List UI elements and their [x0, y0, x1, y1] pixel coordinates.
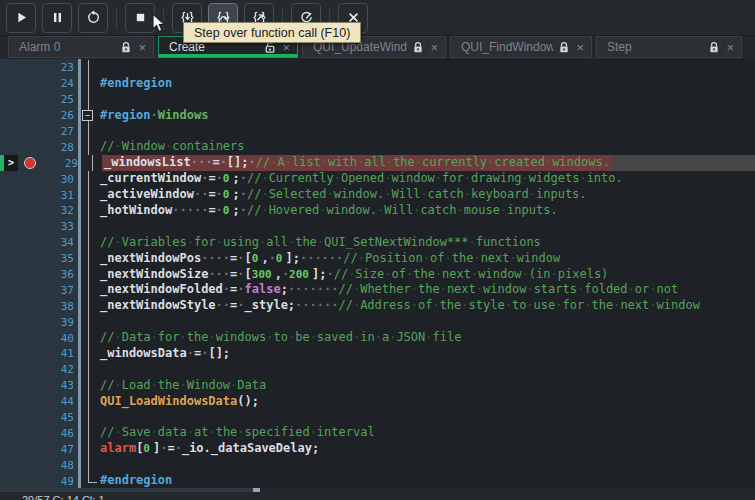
breakpoint-margin[interactable]	[14, 92, 38, 108]
breakpoint-margin[interactable]	[14, 251, 38, 267]
code-text[interactable]: //·Load·the·Window·Data	[98, 378, 755, 394]
breakpoint-margin[interactable]	[14, 330, 38, 346]
code-text[interactable]: _nextWindowFolded·=·false;·······//·Whet…	[98, 282, 755, 298]
breakpoint-margin[interactable]	[18, 155, 42, 171]
line-number[interactable]: 37	[38, 284, 77, 297]
breakpoint-margin[interactable]	[14, 124, 38, 140]
code-line[interactable]: 43//·Load·the·Window·Data	[0, 378, 755, 394]
code-line[interactable]: 23	[0, 60, 755, 76]
breakpoint-margin[interactable]	[14, 473, 38, 488]
breakpoint-margin[interactable]	[14, 108, 38, 124]
code-editor[interactable]: 2324#endregion2526−#region·Windows2728//…	[0, 59, 755, 488]
tab-alarm-0[interactable]: Alarm 0×	[8, 36, 154, 58]
code-line[interactable]: 30_currentWindow·=·0;·//·Currently·Opene…	[0, 171, 755, 187]
line-number[interactable]: 26	[38, 109, 77, 122]
code-text[interactable]: _nextWindowSize···=·[300,·200];·//·Size·…	[98, 267, 755, 283]
lock-icon-wrap[interactable]	[558, 41, 570, 54]
code-line[interactable]: 46//·Save·data·at·the·specified·interval	[0, 425, 755, 441]
code-line[interactable]: 33	[0, 219, 755, 235]
code-text[interactable]: //·Data·for·the·windows·to·be·saved·in·a…	[98, 330, 755, 346]
line-number[interactable]: 41	[38, 347, 77, 360]
breakpoint-margin[interactable]	[14, 457, 38, 473]
code-line[interactable]: 47alarm[0]·=·_io._dataSaveDelay;	[0, 441, 755, 457]
code-line[interactable]: 48	[0, 457, 755, 473]
code-text[interactable]: #region·Windows	[98, 108, 755, 124]
code-text[interactable]: QUI_LoadWindowsData();	[98, 394, 755, 410]
code-text[interactable]: _activeWindow··=·0;·//·Selected·window.·…	[98, 187, 755, 203]
code-text[interactable]: //·Variables·for·using·all·the·QUI_SetNe…	[98, 235, 755, 251]
pause-button[interactable]	[42, 3, 72, 33]
code-text[interactable]: _windowsList···=·[];·//·A·list·with·all·…	[102, 155, 755, 171]
code-line[interactable]: 45	[0, 410, 755, 426]
lock-icon-wrap[interactable]	[708, 41, 720, 54]
code-text[interactable]: _hotWindow·····=·0;·//·Hovered·window.·W…	[98, 203, 755, 219]
breakpoint-margin[interactable]	[14, 346, 38, 362]
line-number[interactable]: 39	[38, 316, 77, 329]
tab-step[interactable]: Step×	[596, 36, 742, 58]
code-text[interactable]	[98, 314, 755, 330]
breakpoint-margin[interactable]	[14, 267, 38, 283]
code-text[interactable]: #endregion	[98, 76, 755, 92]
breakpoint-margin[interactable]	[14, 139, 38, 155]
line-number[interactable]: 45	[38, 411, 77, 424]
line-number[interactable]: 42	[38, 363, 77, 376]
line-number[interactable]: 33	[38, 220, 77, 233]
code-text[interactable]	[98, 124, 755, 140]
code-line[interactable]: 44QUI_LoadWindowsData();	[0, 394, 755, 410]
code-text[interactable]	[98, 60, 755, 76]
line-number[interactable]: 49	[38, 475, 77, 488]
fold-toggle[interactable]: −	[77, 108, 98, 124]
code-line[interactable]: 37_nextWindowFolded·=·false;·······//·Wh…	[0, 282, 755, 298]
code-line[interactable]: 28//·Window·containers	[0, 139, 755, 155]
code-line[interactable]: 49#endregion	[0, 473, 755, 488]
code-line[interactable]: 35_nextWindowPos····=·[0,·0];······//·Po…	[0, 251, 755, 267]
breakpoint-margin[interactable]	[14, 410, 38, 426]
code-line[interactable]: 34//·Variables·for·using·all·the·QUI_Set…	[0, 235, 755, 251]
code-text[interactable]	[98, 362, 755, 378]
code-text[interactable]: _currentWindow·=·0;·//·Currently·Opened·…	[98, 171, 755, 187]
code-line[interactable]: 41_windowsData·=·[];	[0, 346, 755, 362]
stop-button[interactable]	[125, 3, 155, 33]
tab-close-icon[interactable]: ×	[575, 41, 585, 54]
code-text[interactable]: #endregion	[98, 473, 755, 488]
line-number[interactable]: 46	[38, 427, 77, 440]
tab-close-icon[interactable]: ×	[725, 41, 735, 54]
line-number[interactable]: 25	[38, 93, 77, 106]
lock-icon-wrap[interactable]	[412, 41, 424, 54]
breakpoint-margin[interactable]	[14, 60, 38, 76]
code-text[interactable]	[98, 457, 755, 473]
code-line[interactable]: 38_nextWindowStyle··=·_style;······//·Ad…	[0, 298, 755, 314]
restart-button[interactable]	[78, 3, 108, 33]
breakpoint-margin[interactable]	[14, 394, 38, 410]
line-number[interactable]: 34	[38, 236, 77, 249]
code-text[interactable]: //·Save·data·at·the·specified·interval	[98, 425, 755, 441]
tab-close-icon[interactable]: ×	[137, 41, 147, 54]
line-number[interactable]: 38	[38, 300, 77, 313]
line-number[interactable]: 48	[38, 459, 77, 472]
code-line[interactable]: 36_nextWindowSize···=·[300,·200];·//·Siz…	[0, 267, 755, 283]
line-number[interactable]: 23	[38, 61, 77, 74]
line-number[interactable]: 47	[38, 443, 77, 456]
line-number[interactable]: 43	[38, 379, 77, 392]
code-text[interactable]: //·Window·containers	[98, 139, 755, 155]
horizontal-scrollbar[interactable]	[0, 488, 755, 492]
code-line[interactable]: 24#endregion	[0, 76, 755, 92]
breakpoint-margin[interactable]	[14, 298, 38, 314]
line-number[interactable]: 30	[38, 173, 77, 186]
breakpoint-margin[interactable]	[14, 76, 38, 92]
line-number[interactable]: 40	[38, 332, 77, 345]
breakpoint-margin[interactable]	[14, 425, 38, 441]
breakpoint-margin[interactable]	[14, 235, 38, 251]
breakpoint-margin[interactable]	[14, 282, 38, 298]
code-line[interactable]: 42	[0, 362, 755, 378]
code-line[interactable]: >29_windowsList···=·[];·//·A·list·with·a…	[0, 155, 755, 171]
breakpoint-dot[interactable]	[24, 157, 36, 169]
code-line[interactable]: 26−#region·Windows	[0, 108, 755, 124]
line-number[interactable]: 28	[38, 141, 77, 154]
code-line[interactable]: 31_activeWindow··=·0;·//·Selected·window…	[0, 187, 755, 203]
code-text[interactable]	[98, 410, 755, 426]
code-text[interactable]: _nextWindowStyle··=·_style;······//·Addr…	[98, 298, 755, 314]
tab-close-icon[interactable]: ×	[429, 41, 439, 54]
breakpoint-margin[interactable]	[14, 171, 38, 187]
code-line[interactable]: 32_hotWindow·····=·0;·//·Hovered·window.…	[0, 203, 755, 219]
